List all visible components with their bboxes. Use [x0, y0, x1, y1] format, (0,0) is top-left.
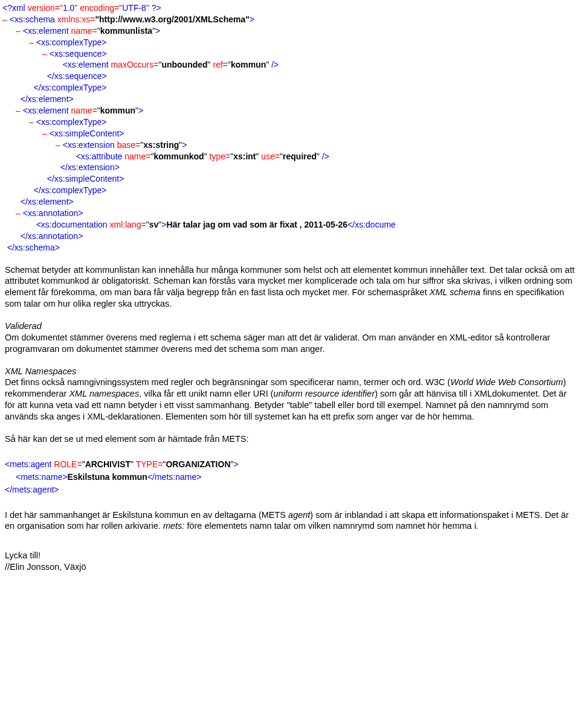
mets-snippet: <mets:agent ROLE="ARCHIVIST" TYPE="ORGAN… — [5, 456, 575, 499]
paragraph-namespaces: XML NamespacesDet finns också namngivnin… — [5, 366, 575, 423]
paragraph-validerad: ValideradOm dokumentet stämmer överens m… — [5, 321, 575, 355]
paragraph-mets-context: I det här sammanhanget är Eskilstuna kom… — [5, 509, 575, 532]
heading-validerad: Validerad — [5, 321, 42, 331]
signature: Lycka till!//Elin Jonsson, Växjö — [5, 550, 575, 573]
document-body: Schemat betyder att kommunlistan kan inn… — [0, 254, 580, 573]
paragraph-schema-meaning: Schemat betyder att kommunlistan kan inn… — [5, 264, 575, 310]
paragraph-mets-intro: Så här kan det se ut med element som är … — [5, 433, 575, 445]
heading-namespaces: XML Namespaces — [5, 366, 76, 376]
xml-schema-code: <?xml version="1.0" encoding="UTF-8" ?> … — [0, 0, 580, 254]
